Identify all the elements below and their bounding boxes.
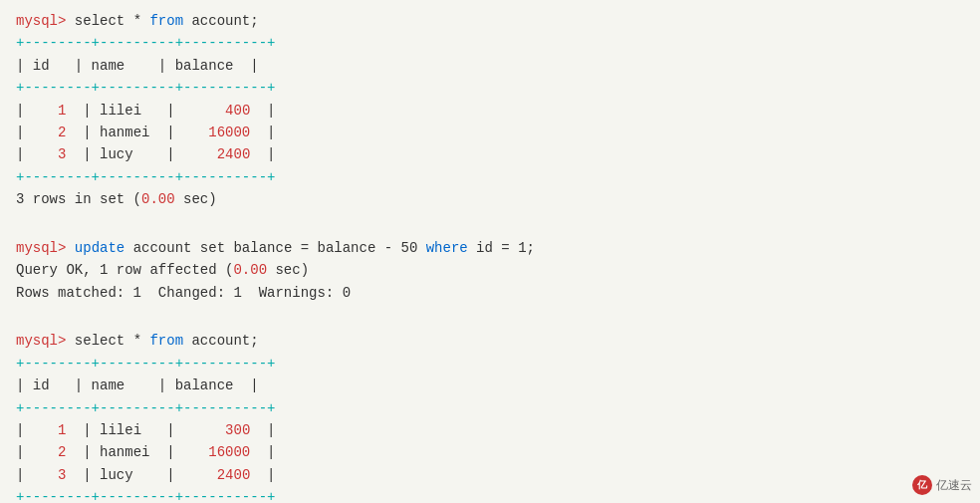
prompt-2: mysql> [16, 240, 66, 256]
cmd-where-end: id = 1; [468, 240, 535, 256]
time-1: 0.00 [141, 191, 175, 207]
val-2400-2: 2400 [217, 467, 251, 483]
cmd-select-1: select * [66, 13, 149, 29]
val-1b: 1 [41, 422, 66, 438]
keyword-from-1: from [149, 13, 183, 29]
watermark-logo-text: 亿 [917, 478, 927, 492]
watermark-logo: 亿 [912, 475, 932, 495]
block3: mysql> select * from account; +--------+… [16, 330, 964, 503]
cmd-table-3: account; [183, 333, 259, 349]
val-400: 400 [225, 103, 250, 119]
val-2400-1: 2400 [217, 146, 251, 162]
table-row-1-3: | 3 | lucy | 2400 | [16, 143, 964, 165]
result-line-1: 3 rows in set (0.00 sec) [16, 188, 964, 210]
terminal: mysql> select * from account; +--------+… [16, 10, 964, 503]
table-row-1-1: | 1 | lilei | 400 | [16, 100, 964, 122]
table-border-bot-1: +--------+---------+----------+ [16, 166, 964, 188]
block2: mysql> update account set balance = bala… [16, 237, 964, 304]
table-header-1: | id | name | balance | [16, 55, 964, 77]
query-ok-line: Query OK, 1 row affected (0.00 sec) [16, 259, 964, 281]
table-row-3-3: | 3 | lucy | 2400 | [16, 464, 964, 486]
val-2: 2 [41, 125, 66, 140]
cmd-table-1: account; [183, 13, 259, 29]
val-300: 300 [225, 422, 250, 438]
cmd-update-body: account set balance = balance - 50 [124, 240, 425, 256]
time-2: 0.00 [233, 262, 267, 278]
table-border-top-1: +--------+---------+----------+ [16, 32, 964, 54]
table-row-3-2: | 2 | hanmei | 16000 | [16, 441, 964, 463]
prompt-3: mysql> [16, 333, 66, 349]
block1: mysql> select * from account; +--------+… [16, 10, 964, 211]
table-border-mid-3: +--------+---------+----------+ [16, 397, 964, 419]
table-row-3-1: | 1 | lilei | 300 | [16, 419, 964, 441]
command-line-2: mysql> update account set balance = bala… [16, 237, 964, 259]
table-border-mid-1: +--------+---------+----------+ [16, 77, 964, 99]
command-line-3: mysql> select * from account; [16, 330, 964, 352]
val-16000-2: 16000 [208, 444, 250, 460]
keyword-where: where [426, 240, 468, 256]
watermark-text: 亿速云 [936, 477, 972, 494]
watermark: 亿 亿速云 [912, 475, 972, 495]
rows-matched-line: Rows matched: 1 Changed: 1 Warnings: 0 [16, 282, 964, 304]
keyword-update: update [75, 240, 124, 256]
val-3: 3 [41, 146, 66, 162]
table-border-top-3: +--------+---------+----------+ [16, 353, 964, 375]
table-header-3: | id | name | balance | [16, 375, 964, 396]
prompt-1: mysql> [16, 13, 66, 29]
val-2b: 2 [41, 444, 66, 460]
table-row-1-2: | 2 | hanmei | 16000 | [16, 122, 964, 143]
cmd-space-2 [66, 240, 74, 256]
command-line-1: mysql> select * from account; [16, 10, 964, 32]
cmd-select-3: select * [66, 333, 149, 349]
val-3b: 3 [41, 467, 66, 483]
val-1: 1 [41, 103, 66, 119]
table-border-bot-3: +--------+---------+----------+ [16, 486, 964, 503]
keyword-from-3: from [149, 333, 183, 349]
val-16000-1: 16000 [208, 125, 250, 140]
